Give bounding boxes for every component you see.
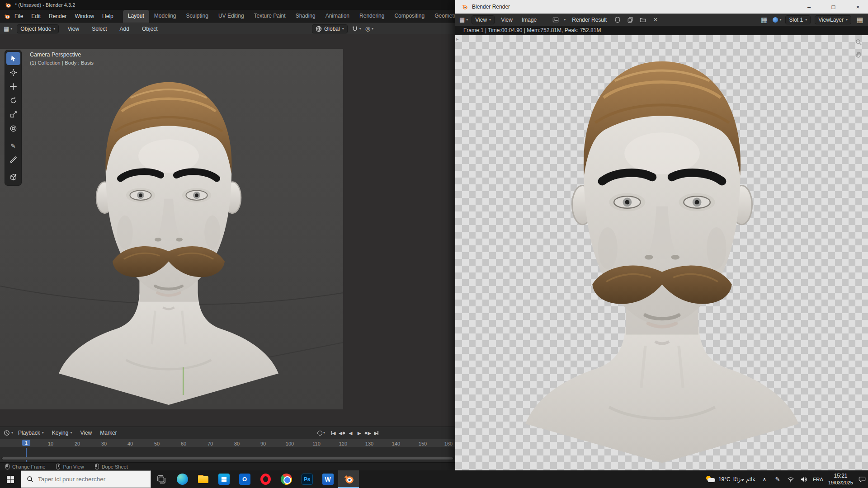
tab-rendering[interactable]: Rendering: [354, 10, 389, 23]
render-result-image-area[interactable]: ▸: [455, 35, 868, 470]
menu-marker[interactable]: Marker: [97, 430, 120, 436]
snap-toggle[interactable]: ▾: [352, 26, 361, 32]
jump-to-start-button[interactable]: ◀: [330, 429, 337, 436]
tool-scale[interactable]: [6, 108, 20, 121]
image-datablock-name[interactable]: Render Result: [569, 17, 609, 23]
taskbar-app-file-explorer[interactable]: [193, 470, 213, 488]
timeline-track-area[interactable]: [0, 448, 455, 462]
taskbar-app-chrome[interactable]: [276, 470, 297, 488]
tool-rotate[interactable]: [6, 94, 20, 107]
menu-help[interactable]: Help: [98, 10, 118, 23]
tool-move[interactable]: [6, 80, 20, 93]
prev-keyframe-button[interactable]: ◀: [338, 429, 346, 436]
blender-logo-icon: [5, 2, 11, 9]
language-indicator[interactable]: FRA: [813, 477, 823, 482]
taskbar-app-word[interactable]: W: [317, 470, 338, 488]
pen-tray-icon[interactable]: ✎: [774, 475, 782, 483]
slot-dropdown[interactable]: Slot 1 ▾: [785, 15, 811, 24]
taskbar-app-outlook[interactable]: O: [234, 470, 255, 488]
taskbar-app-store[interactable]: [213, 470, 234, 488]
tab-sculpting[interactable]: Sculpting: [181, 10, 213, 23]
tab-geometry-nodes[interactable]: Geometry Nod: [429, 10, 455, 23]
menu-edit[interactable]: Edit: [27, 10, 45, 23]
menu-render[interactable]: Render: [45, 10, 71, 23]
menu-keying[interactable]: Keying▾: [49, 430, 75, 436]
timeline-ruler[interactable]: 10 20 30 40 50 60 70 80 90 100 110 120 1…: [0, 439, 455, 448]
scrollbar-thumb[interactable]: [2, 457, 453, 460]
tool-annotate[interactable]: ✎: [6, 139, 20, 152]
viewlayer-dropdown[interactable]: ViewLayer ▾: [815, 15, 851, 24]
hidden-icons-chevron[interactable]: ∧: [760, 475, 769, 483]
menu-view[interactable]: View: [63, 23, 83, 35]
tab-compositing[interactable]: Compositing: [389, 10, 429, 23]
menu-select[interactable]: Select: [88, 23, 111, 35]
current-frame-badge[interactable]: 1: [22, 440, 30, 446]
menu-object[interactable]: Object: [138, 23, 162, 35]
timeline-scrollbar[interactable]: [1, 457, 454, 460]
action-center-button[interactable]: [858, 475, 866, 483]
tool-add-cube[interactable]: [6, 170, 20, 183]
browse-image-button[interactable]: [551, 15, 560, 24]
taskbar-app-blender[interactable]: [338, 470, 359, 488]
zoom-gizmo[interactable]: [854, 37, 863, 47]
tab-layout[interactable]: Layout: [123, 10, 149, 23]
menu-timeline-view[interactable]: View: [77, 430, 95, 436]
editor-type-button[interactable]: ▦ ▾: [4, 25, 12, 32]
menu-playback[interactable]: Playback▾: [15, 430, 47, 436]
volume-tray-icon[interactable]: [800, 475, 808, 483]
channels-button[interactable]: ▾: [773, 17, 781, 23]
timeline-editor-type-button[interactable]: ▾: [4, 430, 13, 436]
open-image-button[interactable]: [638, 15, 647, 24]
weather-widget[interactable]: 19°C غائم جزئيًا: [706, 476, 755, 483]
render-titlebar[interactable]: Blender Render – □ ×: [455, 0, 868, 14]
unlink-image-button[interactable]: ×: [651, 15, 660, 24]
fake-user-button[interactable]: [613, 15, 622, 24]
proportional-editing-toggle[interactable]: ◎ ▾: [365, 25, 373, 32]
start-button[interactable]: [0, 470, 21, 488]
maximize-button[interactable]: □: [823, 0, 844, 14]
next-keyframe-button[interactable]: ▶: [364, 429, 372, 436]
tool-cursor[interactable]: [6, 66, 20, 79]
tool-select-box[interactable]: [6, 52, 20, 65]
region-expand-arrow[interactable]: ▸: [456, 36, 459, 42]
play-reverse-button[interactable]: ◀: [347, 429, 354, 436]
display-channels-button[interactable]: ▦: [855, 15, 864, 24]
taskbar-app-edge[interactable]: [172, 470, 193, 488]
play-button[interactable]: ▶: [355, 429, 363, 436]
image-mode-dropdown[interactable]: View ▾: [472, 15, 495, 24]
tab-animation[interactable]: Animation: [321, 10, 354, 23]
viewport-header: ▦ ▾ Object Mode ▾ View Select Add Object…: [0, 23, 455, 34]
image-editor-type-button[interactable]: ▦ ▾: [459, 16, 468, 23]
blender-menu-icon[interactable]: [4, 13, 10, 20]
menu-window[interactable]: Window: [71, 10, 98, 23]
taskbar-search[interactable]: [21, 470, 151, 488]
taskbar-app-opera[interactable]: [255, 470, 276, 488]
playhead[interactable]: [26, 448, 27, 462]
tab-modeling[interactable]: Modeling: [149, 10, 181, 23]
menu-file[interactable]: File: [10, 10, 27, 23]
tool-measure[interactable]: [6, 153, 20, 166]
minimize-button[interactable]: –: [799, 0, 819, 14]
viewport-3d[interactable]: Camera Perspective (1) Collection | Body…: [0, 34, 455, 427]
tab-texture-paint[interactable]: Texture Paint: [249, 10, 291, 23]
main-titlebar[interactable]: * (Unsaved) - Blender 4.3.2: [0, 0, 455, 10]
network-tray-icon[interactable]: [787, 475, 795, 483]
mode-dropdown[interactable]: Object Mode ▾: [17, 24, 59, 33]
taskbar-app-photoshop[interactable]: Ps: [297, 470, 317, 488]
menu-add[interactable]: Add: [116, 23, 133, 35]
tab-uv-editing[interactable]: UV Editing: [213, 10, 249, 23]
tool-transform[interactable]: [6, 122, 20, 135]
new-image-button[interactable]: [626, 15, 635, 24]
task-view-button[interactable]: [151, 470, 172, 488]
close-button[interactable]: ×: [848, 0, 868, 14]
auto-key-toggle[interactable]: ▾: [317, 431, 325, 436]
clock[interactable]: 15:21 19/03/2025: [828, 473, 853, 486]
jump-to-end-button[interactable]: ▶: [373, 429, 380, 436]
pan-gizmo[interactable]: [854, 50, 863, 60]
tab-shading[interactable]: Shading: [291, 10, 321, 23]
render-pass-button[interactable]: ▦: [760, 15, 769, 24]
search-input[interactable]: [38, 476, 142, 483]
menu-image-view[interactable]: View: [498, 17, 515, 23]
orientation-dropdown[interactable]: Global ▾: [312, 24, 348, 33]
menu-image[interactable]: Image: [519, 17, 539, 23]
